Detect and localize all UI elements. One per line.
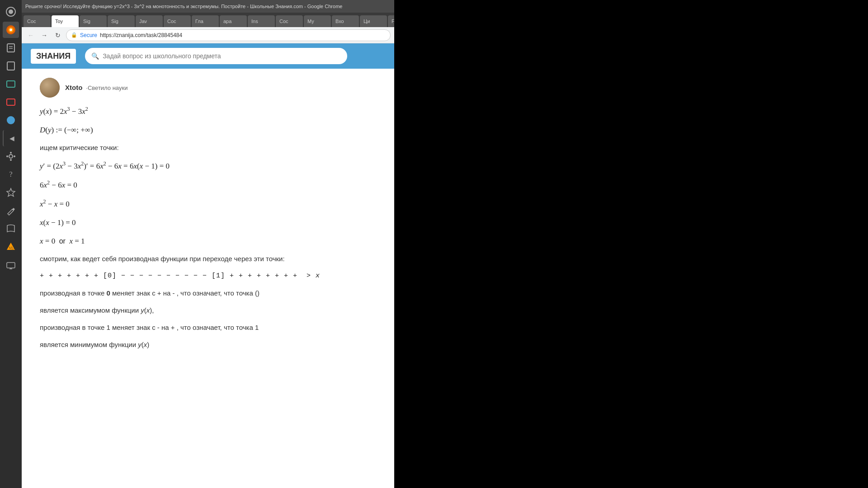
equation-2: x2 − x = 0 <box>40 197 376 210</box>
title-bar: Решите срочно! Исследуйте функцию y=2x^3… <box>22 0 394 13</box>
sign-line: + + + + + + + [0] − − − − − − − − − − [1… <box>40 271 376 282</box>
search-bar[interactable]: 🔍 <box>85 48 347 64</box>
svg-point-11 <box>7 116 15 124</box>
taskbar-icon-settings[interactable] <box>3 148 19 164</box>
taskbar-icon-star[interactable] <box>3 184 19 201</box>
site-logo[interactable]: ЗНАНИЯ <box>31 49 76 64</box>
nav-bar: ← → ↻ 🔒 Secure https://znanija.com/task/… <box>22 27 394 43</box>
svg-point-16 <box>14 155 15 157</box>
min-point-text: производная в точке 1 меняет знак с - на… <box>40 322 376 333</box>
site-header: ЗНАНИЯ 🔍 <box>22 43 394 69</box>
min-conclusion: является минимумом функции y(x) <box>40 339 376 350</box>
forward-button[interactable]: → <box>39 30 50 41</box>
back-button[interactable]: ← <box>25 30 36 41</box>
taskbar-icon-6[interactable] <box>3 112 19 128</box>
search-input[interactable] <box>103 52 341 60</box>
user-info: Xtoto ·Светило науки <box>40 78 376 98</box>
taskbar-icon-help[interactable]: ? <box>3 166 19 183</box>
svg-rect-9 <box>7 81 15 87</box>
author-badge: ·Светило науки <box>86 84 127 91</box>
svg-point-4 <box>9 28 12 31</box>
svg-point-13 <box>10 152 12 154</box>
tab-gla[interactable]: Гла <box>192 15 219 27</box>
tab-toy[interactable]: Toy <box>52 15 79 27</box>
taskbar-icon-3[interactable] <box>3 58 19 74</box>
tab-vho[interactable]: Вхо <box>332 15 359 27</box>
taskbar-icon-1[interactable] <box>3 4 19 20</box>
black-background <box>394 0 868 488</box>
author-name: Xtoto <box>65 84 82 91</box>
domain-formula: D(y) := (−∞; +∞) <box>40 124 376 136</box>
solutions: x = 0 or x = 1 <box>40 235 376 247</box>
math-content: y(x) = 2x3 − 3x2 D(y) := (−∞; +∞) ищем к… <box>40 105 376 350</box>
taskbar-icon-system[interactable] <box>3 257 19 273</box>
taskbar-icon-firefox[interactable] <box>3 22 19 38</box>
tab-coc2[interactable]: Coc <box>164 15 191 27</box>
tab-jav[interactable]: Jav <box>136 15 163 27</box>
tab-sig2[interactable]: Sig <box>108 15 135 27</box>
browser-window: Решите срочно! Исследуйте функцию y=2x^3… <box>22 0 394 488</box>
max-point-text: производная в точке 0 меняет знак с + на… <box>40 288 376 299</box>
svg-point-1 <box>9 9 13 14</box>
svg-marker-17 <box>7 188 15 197</box>
window-title: Решите срочно! Исследуйте функцию y=2x^3… <box>25 4 391 9</box>
taskbar-icon-7[interactable]: ◀ <box>3 130 19 146</box>
svg-rect-5 <box>7 44 14 52</box>
critical-points-label: ищем критические точки: <box>40 142 376 153</box>
equation-1: 6x2 − 6x = 0 <box>40 178 376 191</box>
svg-rect-10 <box>7 99 15 105</box>
svg-point-12 <box>9 155 13 158</box>
avatar <box>40 78 60 98</box>
tab-ara[interactable]: ара <box>220 15 247 27</box>
taskbar: ◀ ? VLC <box>0 0 22 488</box>
formula-main: y(x) = 2x3 − 3x2 <box>40 105 376 117</box>
svg-rect-8 <box>7 62 14 70</box>
tabs-bar: Coc Toy Sig Sig Jav Coc Гла ара Ins Coc … <box>22 13 394 27</box>
svg-point-15 <box>6 155 8 157</box>
taskbar-icon-vlc[interactable]: VLC <box>3 239 19 255</box>
taskbar-icon-5[interactable] <box>3 94 19 110</box>
taskbar-icon-4[interactable] <box>3 76 19 92</box>
max-conclusion: является максимумом функции y(x), <box>40 305 376 316</box>
tab-coc3[interactable]: Coc <box>276 15 303 27</box>
search-icon: 🔍 <box>91 52 99 60</box>
address-bar[interactable]: 🔒 Secure https://znanija.com/task/288454… <box>66 29 391 41</box>
url-display: https://znanija.com/task/28845484 <box>100 32 182 38</box>
content-area: Xtoto ·Светило науки y(x) = 2x3 − 3x2 D(… <box>22 69 394 488</box>
tab-fac[interactable]: FAC <box>388 15 394 27</box>
tab-sig1[interactable]: Sig <box>80 15 107 27</box>
taskbar-icon-pen[interactable] <box>3 202 19 219</box>
svg-text:VLC: VLC <box>9 246 16 250</box>
svg-rect-20 <box>7 263 15 268</box>
tab-ins[interactable]: Ins <box>248 15 275 27</box>
tab-cy[interactable]: Ци <box>360 15 387 27</box>
reload-button[interactable]: ↻ <box>52 30 63 41</box>
derivative-formula: y′ = (2x3 − 3x2)′ = 6x2 − 6x = 6x(x − 1)… <box>40 160 376 172</box>
equation-3: x(x − 1) = 0 <box>40 216 376 229</box>
taskbar-icon-files[interactable] <box>3 40 19 56</box>
tab-my[interactable]: My <box>304 15 331 27</box>
sign-analysis-text: смотрим, как ведет себя производная функ… <box>40 253 376 264</box>
secure-label: Secure <box>80 32 97 38</box>
lock-icon: 🔒 <box>71 32 77 38</box>
svg-point-14 <box>10 159 12 161</box>
taskbar-icon-book[interactable] <box>3 221 19 237</box>
tab-coc1[interactable]: Coc <box>24 15 51 27</box>
